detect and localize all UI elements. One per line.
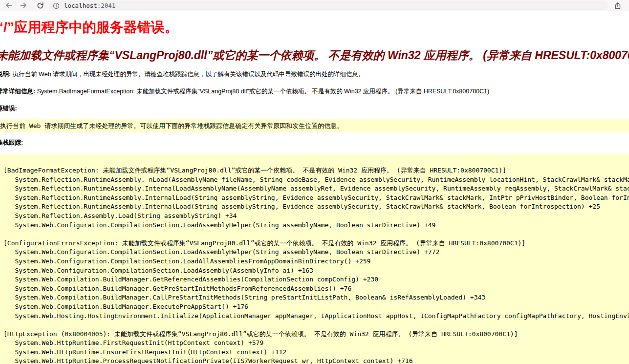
share-button[interactable] <box>613 1 622 10</box>
page-title: “/”应用程序中的服务器错误。 <box>0 18 629 37</box>
exception-text: System.BadImageFormatException: 未能加载文件或程… <box>35 88 489 95</box>
exception-detail-line: 异常详细信息: System.BadImageFormatException: … <box>0 87 629 96</box>
url-host: localhost <box>64 2 97 9</box>
forward-arrow-icon <box>20 1 27 9</box>
browser-toolbar: localhost:2041 <box>0 0 629 11</box>
source-error-label: 源错误: <box>0 105 629 113</box>
description-text: 执行当前 Web 请求期间，出现未经处理的异常。请检查堆栈跟踪信息，以了解有关该… <box>11 71 364 78</box>
server-error-page: “/”应用程序中的服务器错误。 未能加载文件或程序集“VSLangProj80.… <box>0 18 629 364</box>
stack-trace-box: [BadImageFormatException: 未能加载文件或程序集“VSL… <box>0 154 629 364</box>
description-label: 说明: <box>0 71 11 78</box>
stack-trace-text: [BadImageFormatException: 未能加载文件或程序集“VSL… <box>3 166 629 364</box>
address-bar[interactable] <box>49 0 608 10</box>
error-subtitle: 未能加载文件或程序集“VSLangProj80.dll”或它的某一个依赖项。 不… <box>0 48 629 63</box>
forward-button[interactable] <box>19 0 28 10</box>
back-arrow-icon <box>5 1 13 9</box>
stack-trace-label: 堆栈跟踪: <box>0 139 629 147</box>
reload-button[interactable] <box>35 0 45 10</box>
address-url-group[interactable]: localhost:2041 <box>53 0 115 11</box>
source-error-box: 执行当前 Web 请求期间生成了未经处理的异常。可以使用下面的异常堆栈跟踪信息确… <box>0 119 629 132</box>
info-icon[interactable] <box>53 2 60 9</box>
url-port: :2041 <box>97 2 116 9</box>
source-error-text: 执行当前 Web 请求期间生成了未经处理的异常。可以使用下面的异常堆栈跟踪信息确… <box>0 122 343 129</box>
exception-label: 异常详细信息: <box>0 88 35 95</box>
share-icon <box>613 1 622 10</box>
url-text: localhost:2041 <box>64 2 115 9</box>
back-button[interactable] <box>4 0 14 10</box>
reload-icon <box>37 2 44 9</box>
description-line: 说明: 执行当前 Web 请求期间，出现未经处理的异常。请检查堆栈跟踪信息，以了… <box>0 70 629 79</box>
